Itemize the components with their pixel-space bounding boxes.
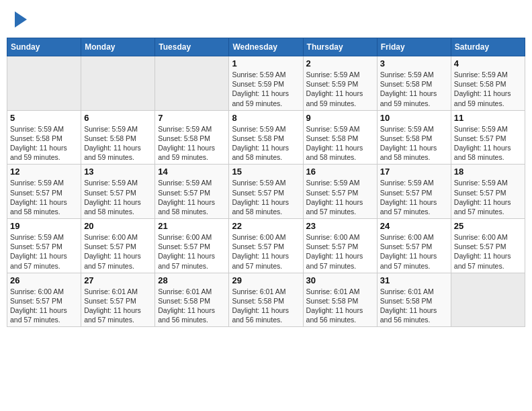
calendar-cell [155, 56, 229, 111]
calendar-cell: 1Sunrise: 5:59 AM Sunset: 5:59 PM Daylig… [229, 56, 303, 111]
day-number: 5 [10, 113, 78, 123]
column-header-wednesday: Wednesday [229, 38, 303, 56]
day-info: Sunrise: 5:59 AM Sunset: 5:57 PM Dayligh… [454, 178, 522, 216]
day-info: Sunrise: 5:59 AM Sunset: 5:57 PM Dayligh… [10, 178, 78, 216]
day-info: Sunrise: 5:59 AM Sunset: 5:57 PM Dayligh… [232, 178, 300, 216]
day-info: Sunrise: 6:01 AM Sunset: 5:58 PM Dayligh… [232, 287, 300, 325]
day-info: Sunrise: 6:00 AM Sunset: 5:57 PM Dayligh… [158, 232, 226, 271]
day-number: 3 [380, 58, 448, 68]
calendar-cell: 2Sunrise: 5:59 AM Sunset: 5:59 PM Daylig… [303, 56, 377, 111]
calendar-cell [451, 273, 525, 327]
column-header-thursday: Thursday [303, 38, 377, 56]
calendar-cell: 3Sunrise: 5:59 AM Sunset: 5:58 PM Daylig… [377, 56, 451, 111]
calendar-cell [81, 56, 155, 111]
calendar-cell: 23Sunrise: 6:00 AM Sunset: 5:57 PM Dayli… [303, 219, 377, 273]
calendar-cell: 12Sunrise: 5:59 AM Sunset: 5:57 PM Dayli… [7, 165, 81, 219]
calendar-header-row: SundayMondayTuesdayWednesdayThursdayFrid… [7, 38, 525, 56]
logo [13, 10, 27, 28]
calendar-cell: 11Sunrise: 5:59 AM Sunset: 5:57 PM Dayli… [451, 110, 525, 165]
day-number: 2 [306, 58, 374, 68]
day-info: Sunrise: 5:59 AM Sunset: 5:58 PM Dayligh… [158, 124, 226, 163]
day-info: Sunrise: 5:59 AM Sunset: 5:58 PM Dayligh… [232, 124, 300, 163]
calendar-cell: 16Sunrise: 5:59 AM Sunset: 5:57 PM Dayli… [303, 165, 377, 219]
calendar-cell: 8Sunrise: 5:59 AM Sunset: 5:58 PM Daylig… [229, 110, 303, 165]
day-info: Sunrise: 5:59 AM Sunset: 5:57 PM Dayligh… [158, 178, 226, 216]
day-info: Sunrise: 5:59 AM Sunset: 5:58 PM Dayligh… [454, 70, 522, 108]
day-info: Sunrise: 5:59 AM Sunset: 5:57 PM Dayligh… [380, 178, 448, 216]
day-info: Sunrise: 6:00 AM Sunset: 5:57 PM Dayligh… [10, 287, 78, 325]
calendar-cell: 13Sunrise: 5:59 AM Sunset: 5:57 PM Dayli… [81, 165, 155, 219]
calendar-cell: 7Sunrise: 5:59 AM Sunset: 5:58 PM Daylig… [155, 110, 229, 165]
day-number: 8 [232, 113, 300, 123]
day-info: Sunrise: 6:00 AM Sunset: 5:57 PM Dayligh… [232, 232, 300, 271]
day-number: 4 [454, 58, 522, 68]
calendar-cell: 24Sunrise: 6:00 AM Sunset: 5:57 PM Dayli… [377, 219, 451, 273]
day-number: 19 [10, 221, 78, 231]
calendar-cell: 26Sunrise: 6:00 AM Sunset: 5:57 PM Dayli… [7, 273, 81, 327]
day-number: 17 [380, 167, 448, 177]
calendar-cell: 9Sunrise: 5:59 AM Sunset: 5:58 PM Daylig… [303, 110, 377, 165]
day-number: 18 [454, 167, 522, 177]
day-number: 23 [306, 221, 374, 231]
column-header-sunday: Sunday [7, 38, 81, 56]
calendar-cell: 30Sunrise: 6:01 AM Sunset: 5:58 PM Dayli… [303, 273, 377, 327]
day-info: Sunrise: 5:59 AM Sunset: 5:59 PM Dayligh… [232, 70, 300, 108]
calendar-cell: 17Sunrise: 5:59 AM Sunset: 5:57 PM Dayli… [377, 165, 451, 219]
day-info: Sunrise: 5:59 AM Sunset: 5:57 PM Dayligh… [84, 178, 152, 216]
day-number: 6 [84, 113, 152, 123]
day-info: Sunrise: 5:59 AM Sunset: 5:57 PM Dayligh… [306, 178, 374, 216]
day-number: 13 [84, 167, 152, 177]
logo-arrow-icon [15, 11, 27, 28]
day-info: Sunrise: 5:59 AM Sunset: 5:58 PM Dayligh… [380, 70, 448, 108]
day-number: 12 [10, 167, 78, 177]
week-row-3: 12Sunrise: 5:59 AM Sunset: 5:57 PM Dayli… [7, 165, 525, 219]
day-number: 15 [232, 167, 300, 177]
calendar-cell: 14Sunrise: 5:59 AM Sunset: 5:57 PM Dayli… [155, 165, 229, 219]
column-header-friday: Friday [377, 38, 451, 56]
day-info: Sunrise: 6:00 AM Sunset: 5:57 PM Dayligh… [454, 232, 522, 271]
day-info: Sunrise: 5:59 AM Sunset: 5:57 PM Dayligh… [10, 232, 78, 271]
calendar-cell: 4Sunrise: 5:59 AM Sunset: 5:58 PM Daylig… [451, 56, 525, 111]
day-number: 26 [10, 275, 78, 285]
day-number: 31 [380, 275, 448, 285]
day-number: 9 [306, 113, 374, 123]
day-number: 14 [158, 167, 226, 177]
calendar-cell: 29Sunrise: 6:01 AM Sunset: 5:58 PM Dayli… [229, 273, 303, 327]
calendar-cell: 18Sunrise: 5:59 AM Sunset: 5:57 PM Dayli… [451, 165, 525, 219]
day-info: Sunrise: 6:00 AM Sunset: 5:57 PM Dayligh… [306, 232, 374, 271]
calendar-table: SundayMondayTuesdayWednesdayThursdayFrid… [7, 38, 525, 327]
day-number: 28 [158, 275, 226, 285]
calendar-cell: 25Sunrise: 6:00 AM Sunset: 5:57 PM Dayli… [451, 219, 525, 273]
day-number: 1 [232, 58, 300, 68]
day-info: Sunrise: 5:59 AM Sunset: 5:59 PM Dayligh… [306, 70, 374, 108]
day-info: Sunrise: 6:00 AM Sunset: 5:57 PM Dayligh… [84, 232, 152, 271]
calendar-cell [7, 56, 81, 111]
calendar-cell: 15Sunrise: 5:59 AM Sunset: 5:57 PM Dayli… [229, 165, 303, 219]
page-header [7, 7, 525, 31]
day-number: 30 [306, 275, 374, 285]
day-info: Sunrise: 5:59 AM Sunset: 5:58 PM Dayligh… [84, 124, 152, 163]
day-info: Sunrise: 6:00 AM Sunset: 5:57 PM Dayligh… [380, 232, 448, 271]
column-header-saturday: Saturday [451, 38, 525, 56]
day-number: 25 [454, 221, 522, 231]
day-info: Sunrise: 6:01 AM Sunset: 5:58 PM Dayligh… [306, 287, 374, 325]
day-number: 24 [380, 221, 448, 231]
day-info: Sunrise: 6:01 AM Sunset: 5:57 PM Dayligh… [84, 287, 152, 325]
day-info: Sunrise: 5:59 AM Sunset: 5:57 PM Dayligh… [454, 124, 522, 163]
calendar-cell: 5Sunrise: 5:59 AM Sunset: 5:58 PM Daylig… [7, 110, 81, 165]
day-info: Sunrise: 6:01 AM Sunset: 5:58 PM Dayligh… [380, 287, 448, 325]
calendar-cell: 31Sunrise: 6:01 AM Sunset: 5:58 PM Dayli… [377, 273, 451, 327]
calendar-cell: 20Sunrise: 6:00 AM Sunset: 5:57 PM Dayli… [81, 219, 155, 273]
day-number: 16 [306, 167, 374, 177]
calendar-cell: 19Sunrise: 5:59 AM Sunset: 5:57 PM Dayli… [7, 219, 81, 273]
week-row-4: 19Sunrise: 5:59 AM Sunset: 5:57 PM Dayli… [7, 219, 525, 273]
calendar-cell: 10Sunrise: 5:59 AM Sunset: 5:58 PM Dayli… [377, 110, 451, 165]
calendar-cell: 28Sunrise: 6:01 AM Sunset: 5:58 PM Dayli… [155, 273, 229, 327]
week-row-1: 1Sunrise: 5:59 AM Sunset: 5:59 PM Daylig… [7, 56, 525, 111]
calendar-cell: 22Sunrise: 6:00 AM Sunset: 5:57 PM Dayli… [229, 219, 303, 273]
day-number: 22 [232, 221, 300, 231]
day-number: 10 [380, 113, 448, 123]
day-number: 21 [158, 221, 226, 231]
day-info: Sunrise: 5:59 AM Sunset: 5:58 PM Dayligh… [306, 124, 374, 163]
day-number: 27 [84, 275, 152, 285]
